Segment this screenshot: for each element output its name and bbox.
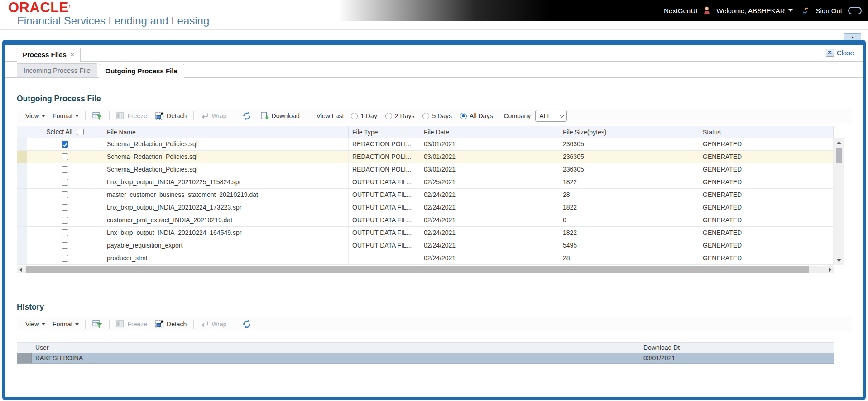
row-checkbox[interactable] (62, 204, 68, 211)
row-checkbox[interactable] (62, 217, 68, 224)
row-header-cell[interactable] (17, 163, 27, 176)
history-wrap-button[interactable]: Wrap (197, 320, 230, 328)
detach-icon (155, 320, 164, 328)
history-toolbar: View Format (17, 317, 851, 331)
view-last-radio[interactable]: All Days (460, 112, 493, 119)
table-row[interactable]: Lnx_bkrp_output_INDIA_20210225_115824.sp… (17, 176, 834, 189)
nextgenui-link[interactable]: NextGenUI (664, 7, 697, 14)
close-button[interactable]: ✕ Close (826, 49, 854, 57)
horizontal-scrollbar-thumb[interactable] (26, 266, 809, 273)
scroll-right-button[interactable] (826, 266, 834, 273)
scroll-left-button[interactable] (17, 266, 25, 273)
column-header-download-dt[interactable]: Download Dt (640, 343, 834, 353)
row-checkbox[interactable] (62, 229, 68, 236)
row-header-cell[interactable] (17, 214, 27, 226)
row-checkbox[interactable] (62, 141, 68, 148)
tab-process-files[interactable]: Process Files ✕ (17, 48, 81, 62)
horizontal-scrollbar[interactable] (17, 266, 834, 273)
table-row[interactable]: payable_requisition_export OUTPUT DATA F… (17, 239, 834, 252)
table-row[interactable]: customer_pmt_extract_INDIA_20210219.dat … (17, 214, 834, 227)
history-format-menu[interactable]: Format (49, 320, 82, 328)
toolbar-separator (85, 111, 86, 120)
table-row[interactable]: producer_stmt 02/24/2021 28 GENERATED (17, 252, 834, 265)
cell-status: GENERATED (699, 138, 834, 150)
row-header-cell[interactable] (17, 227, 27, 239)
chevron-down-icon (788, 9, 793, 12)
row-header-cell[interactable] (17, 252, 27, 264)
row-header-cell[interactable] (17, 201, 27, 214)
history-view-menu[interactable]: View (22, 320, 49, 328)
cell-file-size: 1822 (559, 176, 699, 188)
row-header-cell[interactable] (17, 138, 27, 150)
history-query-by-example-button[interactable] (88, 320, 106, 329)
row-checkbox[interactable] (62, 255, 68, 262)
detach-icon (155, 112, 164, 120)
sign-out-button[interactable]: Sign Out (816, 7, 842, 14)
row-checkbox[interactable] (62, 191, 68, 198)
query-by-example-button[interactable] (88, 112, 106, 120)
outgoing-section-title: Outgoing Process File (17, 94, 851, 105)
cell-status: GENERATED (699, 189, 834, 201)
refresh-button[interactable] (237, 112, 257, 120)
freeze-button[interactable]: Freeze (112, 112, 151, 119)
collapse-panel-button[interactable]: ▲ (844, 33, 861, 40)
download-button[interactable]: Download (257, 112, 304, 120)
cell-download-dt: 03/01/2021 (640, 353, 834, 363)
view-last-radio[interactable]: 2 Days (385, 112, 415, 119)
history-detach-button[interactable]: Detach (151, 320, 191, 328)
row-checkbox[interactable] (62, 242, 68, 249)
session-oval-icon[interactable] (848, 7, 862, 14)
table-row[interactable]: Lnx_bkrp_output_INDIA_20210224_173223.sp… (17, 201, 834, 214)
column-header-file-date[interactable]: File Date (420, 126, 559, 138)
tab-incoming-process-file[interactable]: Incoming Process File (17, 63, 97, 77)
cell-file-date: 02/24/2021 (420, 239, 559, 252)
row-header-cell[interactable] (17, 239, 27, 252)
column-header-file-size[interactable]: File Size(bytes) (559, 126, 699, 138)
vertical-scrollbar[interactable] (834, 138, 844, 265)
format-menu[interactable]: Format (49, 112, 82, 119)
scroll-down-button[interactable] (834, 256, 844, 265)
view-menu[interactable]: View (22, 112, 49, 119)
history-freeze-button[interactable]: Freeze (112, 320, 151, 328)
table-row[interactable]: Schema_Redaction_Policies.sql REDACTION … (17, 151, 834, 163)
select-all-checkbox[interactable] (77, 129, 84, 135)
row-checkbox[interactable] (62, 179, 68, 186)
cell-file-type: OUTPUT DATA FIL... (349, 189, 420, 201)
wrap-button[interactable]: Wrap (197, 112, 230, 119)
welcome-user-menu[interactable]: Welcome, ABSHEKAR (716, 7, 792, 14)
outgoing-files-table: Select All File Name File Type File Date… (17, 126, 834, 265)
app-banner: ORACLE’ Financial Services Lending and L… (0, 0, 868, 30)
main-window: Process Files ✕ ✕ Close Incoming Process… (2, 40, 866, 400)
row-header-cell[interactable] (17, 189, 27, 201)
row-header-cell[interactable] (17, 176, 27, 188)
tab-close-icon[interactable]: ✕ (70, 52, 75, 58)
row-header-cell[interactable] (17, 151, 27, 163)
view-last-radio[interactable]: 5 Days (422, 112, 452, 119)
detach-button[interactable]: Detach (151, 112, 191, 120)
view-last-radio[interactable]: 1 Day (351, 112, 377, 119)
column-header-file-name[interactable]: File Name (103, 126, 349, 138)
column-header-user[interactable]: User (32, 343, 640, 353)
vertical-scrollbar-thumb[interactable] (836, 148, 842, 163)
history-refresh-button[interactable] (237, 320, 257, 329)
row-header-cell[interactable] (17, 353, 32, 363)
company-select[interactable]: ALL (535, 110, 567, 122)
tab-outgoing-process-file[interactable]: Outgoing Process File (99, 64, 184, 78)
scroll-up-button[interactable] (834, 138, 844, 147)
outgoing-toolbar: View Format (17, 109, 851, 123)
company-label: Company (504, 112, 531, 119)
table-header: Select All File Name File Type File Date… (17, 126, 834, 138)
table-row[interactable]: Lnx_bkrp_output_INDIA_20210224_164549.sp… (17, 227, 834, 239)
history-row[interactable]: RAKESH BOINA 03/01/2021 (17, 353, 834, 364)
column-header-status[interactable]: Status (699, 126, 834, 138)
cell-file-size: 236305 (559, 138, 699, 150)
row-checkbox[interactable] (62, 166, 68, 173)
table-row[interactable]: Schema_Redaction_Policies.sql REDACTION … (17, 138, 834, 151)
cell-file-type: OUTPUT DATA FIL... (349, 201, 420, 214)
table-row[interactable]: Schema_Redaction_Policies.sql REDACTION … (17, 163, 834, 176)
table-row[interactable]: master_customer_business_statement_20210… (17, 189, 834, 201)
column-header-file-type[interactable]: File Type (349, 126, 420, 138)
row-checkbox[interactable] (62, 153, 68, 160)
cell-file-name: payable_requisition_export (103, 239, 349, 252)
cell-file-size: 28 (559, 189, 699, 201)
